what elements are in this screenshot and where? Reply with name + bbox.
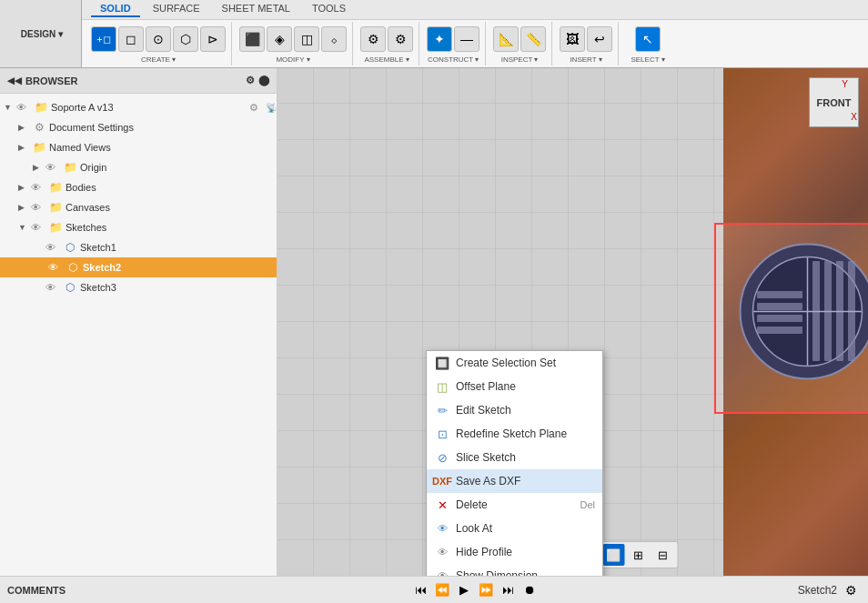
tree-icon-canvases: 📁 xyxy=(47,199,64,216)
create-icon-more[interactable]: ⊳ xyxy=(200,26,226,52)
playback-play[interactable]: ▶ xyxy=(454,580,474,600)
modify-label[interactable]: MODIFY ▾ xyxy=(276,55,309,64)
ctx-icon-redefine: ⊡ xyxy=(434,426,450,442)
tree-eye-sketch3[interactable]: 👁 xyxy=(45,282,60,293)
tree-item-sketch2[interactable]: ▶ 👁 ⬡ Sketch2 xyxy=(0,257,277,277)
tab-tools[interactable]: TOOLS xyxy=(303,1,355,17)
assemble-icon-joint[interactable]: ⚙ xyxy=(388,26,413,52)
ctx-show-dimension[interactable]: 👁 Show Dimension xyxy=(427,564,602,576)
tree-arrow-root: ▼ xyxy=(4,103,15,112)
tree-icon-doc: ⚙ xyxy=(31,119,47,136)
tree-item-root[interactable]: ▼ 👁 📁 Soporte A v13 ⚙ 📡 xyxy=(0,97,277,117)
inspect-icon-interference[interactable]: 📏 xyxy=(520,26,546,52)
ctx-edit-sketch[interactable]: ✏ Edit Sketch xyxy=(427,398,602,422)
inspect-icon-measure[interactable]: 📐 xyxy=(493,26,519,52)
playback-first[interactable]: ⏮ xyxy=(410,580,430,600)
tree-gear-root[interactable]: ⚙ xyxy=(249,102,264,114)
tree-eye-origin[interactable]: 👁 xyxy=(45,162,60,173)
ctx-icon-slice: ⊘ xyxy=(434,449,450,466)
playback-prev[interactable]: ⏪ xyxy=(432,580,452,600)
tree-item-doc-settings[interactable]: ▶ ⚙ Document Settings xyxy=(0,117,277,137)
create-icon-sphere[interactable]: ⬡ xyxy=(173,26,198,52)
modify-arrow: ▾ xyxy=(307,55,310,64)
insert-icon-canvas[interactable]: 🖼 xyxy=(560,26,585,52)
insert-icons: 🖼 ↩ xyxy=(560,24,612,55)
create-icon-cylinder[interactable]: ⊙ xyxy=(146,26,171,52)
create-group: +◻ ◻ ⊙ ⬡ ⊳ CREATE ▾ xyxy=(86,22,232,65)
insert-group: 🖼 ↩ INSERT ▾ xyxy=(554,22,619,65)
ctx-slice-sketch[interactable]: ⊘ Slice Sketch xyxy=(427,446,602,469)
tree-label-bodies: Bodies xyxy=(66,182,277,193)
create-icon-new[interactable]: +◻ xyxy=(91,26,116,52)
tree-item-named-views[interactable]: ▶ 📁 Named Views xyxy=(0,137,277,157)
browser-collapse-icon[interactable]: ◀◀ xyxy=(7,75,22,85)
insert-label[interactable]: INSERT ▾ xyxy=(570,55,601,64)
tree-eye-bodies[interactable]: 👁 xyxy=(31,182,45,193)
tree-item-bodies[interactable]: ▶ 👁 📁 Bodies xyxy=(0,177,277,197)
modify-icon-press[interactable]: ⬛ xyxy=(239,26,265,52)
construct-icon-midplane[interactable]: — xyxy=(454,26,479,52)
ctx-delete[interactable]: ✕ Delete Del xyxy=(427,493,602,517)
tree-label-canvases: Canvases xyxy=(66,202,277,213)
tree-eye-sketches[interactable]: 👁 xyxy=(31,222,45,233)
ctx-save-as-dxf[interactable]: DXF Save As DXF xyxy=(427,469,602,493)
tree-eye-sketch2[interactable]: 👁 xyxy=(48,262,63,273)
tab-solid[interactable]: SOLID xyxy=(91,1,140,17)
tree-item-canvases[interactable]: ▶ 👁 📁 Canvases xyxy=(0,197,277,217)
bottom-left: COMMENTS xyxy=(7,585,153,596)
ctx-offset-plane[interactable]: ◫ Offset Plane xyxy=(427,375,602,398)
ctx-label-show-dimension: Show Dimension xyxy=(456,569,538,576)
playback-last[interactable]: ⏭ xyxy=(498,580,518,600)
ctx-create-selection-set[interactable]: 🔲 Create Selection Set xyxy=(427,351,602,375)
orientation-cube[interactable]: FRONT Y X xyxy=(809,77,859,127)
construct-label[interactable]: CONSTRUCT ▾ xyxy=(428,55,479,64)
settings-gear-button[interactable]: ⚙ xyxy=(841,580,861,600)
browser-settings-icon[interactable]: ⚙ xyxy=(246,75,255,86)
tree-eye-canvases[interactable]: 👁 xyxy=(31,202,45,213)
ctx-redefine-sketch-plane[interactable]: ⊡ Redefine Sketch Plane xyxy=(427,422,602,446)
modify-icon-shell[interactable]: ⬦ xyxy=(321,26,347,52)
tree-eye-root[interactable]: 👁 xyxy=(16,102,31,113)
assemble-label[interactable]: ASSEMBLE ▾ xyxy=(364,55,409,64)
insert-label-text: INSERT xyxy=(570,55,596,64)
modify-icon-chamfer[interactable]: ◫ xyxy=(294,26,319,52)
construct-icon-offset-plane[interactable]: ✦ xyxy=(427,26,452,52)
vp-icon-display-settings[interactable]: ⊟ xyxy=(651,544,673,566)
tree-arrow-origin: ▶ xyxy=(33,163,44,172)
ctx-icon-show-dimension: 👁 xyxy=(434,568,450,576)
tree-item-origin[interactable]: ▶ 👁 📁 Origin xyxy=(0,157,277,177)
insert-icon-decal[interactable]: ↩ xyxy=(587,26,612,52)
tab-surface[interactable]: SURFACE xyxy=(144,1,209,17)
sketch-name: Sketch2 xyxy=(798,584,837,597)
ctx-look-at[interactable]: 👁 Look At xyxy=(427,517,602,540)
create-icon-box[interactable]: ◻ xyxy=(118,26,144,52)
ctx-icon-hide-profile: 👁 xyxy=(434,544,450,560)
tree-eye-sketch1[interactable]: 👁 xyxy=(45,242,60,253)
tree-broadcast-root[interactable]: 📡 xyxy=(266,103,277,113)
tree-item-sketches[interactable]: ▼ 👁 📁 Sketches xyxy=(0,217,277,237)
select-label[interactable]: SELECT ▾ xyxy=(631,55,664,64)
create-label-text: CREATE xyxy=(141,55,170,64)
inspect-label-text: INSPECT xyxy=(501,55,533,64)
ctx-label-delete: Delete xyxy=(456,498,488,511)
viewport[interactable]: FRONT Y X 🔲 Create Selection Set ◫ Offse… xyxy=(278,68,868,576)
assemble-icon-new[interactable]: ⚙ xyxy=(360,26,386,52)
modify-icons: ⬛ ◈ ◫ ⬦ xyxy=(239,24,347,55)
inspect-label[interactable]: INSPECT ▾ xyxy=(501,55,539,64)
vp-icon-grid-toggle[interactable]: ⊞ xyxy=(627,544,649,566)
playback-next[interactable]: ⏩ xyxy=(476,580,496,600)
create-label[interactable]: CREATE ▾ xyxy=(141,55,176,64)
vp-icon-display-mode[interactable]: ⬜ xyxy=(602,544,624,566)
tab-sheet-metal[interactable]: SHEET METAL xyxy=(213,1,299,17)
ctx-hide-profile[interactable]: 👁 Hide Profile xyxy=(427,540,602,564)
ctx-label-look-at: Look At xyxy=(456,522,492,535)
select-icon-select[interactable]: ↖ xyxy=(635,26,661,52)
tree-item-sketch3[interactable]: ▶ 👁 ⬡ Sketch3 xyxy=(0,277,277,297)
tree-label-root: Soporte A v13 xyxy=(51,102,247,113)
design-button[interactable]: DESIGN ▾ xyxy=(0,0,82,67)
tree-item-sketch1[interactable]: ▶ 👁 ⬡ Sketch1 xyxy=(0,237,277,257)
assemble-group: ⚙ ⚙ ASSEMBLE ▾ xyxy=(355,22,419,65)
browser-expand-icon[interactable]: ⬤ xyxy=(258,75,269,86)
playback-record[interactable]: ⏺ xyxy=(520,580,540,600)
modify-icon-fillet[interactable]: ◈ xyxy=(267,26,292,52)
